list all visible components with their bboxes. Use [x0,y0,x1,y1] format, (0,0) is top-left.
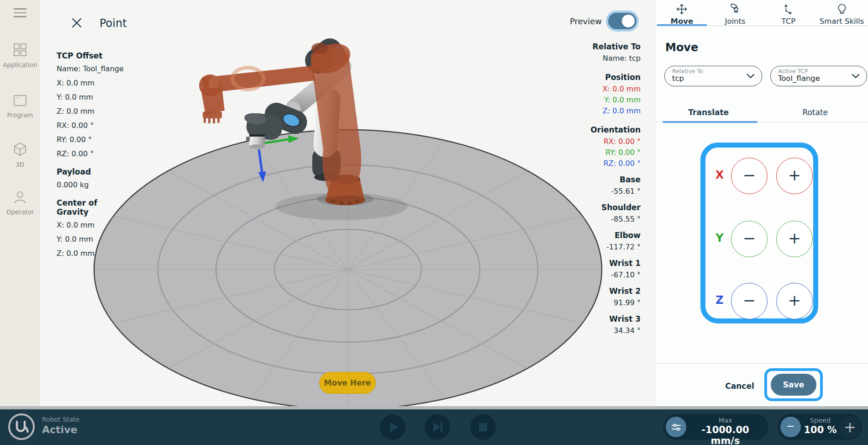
relative-to-name: Name: tcp [549,54,641,63]
pose-info-panel: Relative To Name: tcp Position X: 0.0 mm… [549,42,641,337]
joint-base-value: -55.61 ° [549,187,641,196]
tcp-offset-ry: RY: 0.00 ° [57,135,139,144]
tab-move[interactable]: Move [655,0,709,26]
jog-x-plus-button[interactable]: + [776,158,813,194]
speed-value: 100 % [800,424,840,435]
subtab-rotate[interactable]: Rotate [762,102,868,122]
main-3d-area: Point Preview TCP Offset Name: Tool_flan… [40,0,655,406]
program-window-icon [12,93,28,108]
page-title: Point [100,17,127,30]
joints-icon [729,3,742,15]
ur-logo[interactable] [8,413,35,440]
tcp-offset-y: Y: 0.0 mm [57,93,139,101]
minus-icon: − [787,420,794,434]
cog-y: Y: 0.0 mm [57,235,139,244]
robot-state-value: Active [42,424,79,435]
active-tcp-dropdown[interactable]: Active TCP Tool_flange [770,66,867,86]
joint-elbow-label: Elbow [549,231,641,240]
lightbulb-icon [836,3,848,15]
payload-title: Payload [57,167,139,176]
panel-tabbar: Move Joints TCP [655,0,868,26]
jog-x-minus-button[interactable]: − [731,158,768,194]
tcp-offset-x: X: 0.0 mm [57,79,139,87]
tcp-info-panel: TCP Offset Name: Tool_flange X: 0.0 mm Y… [57,51,139,263]
panel-title: Move [665,41,698,54]
sidebar-item-application[interactable]: Application [0,42,40,69]
relative-to-title: Relative To [549,42,641,51]
jog-y-minus-button[interactable]: − [731,221,768,257]
move-panel: Move Joints TCP [655,0,868,406]
speed-pill: − Speed 100 % + [778,414,862,440]
payload-value: 0.000 kg [57,180,139,189]
save-button-highlight: Save [764,368,823,401]
max-value: -1000.00 mm/s [687,424,764,445]
dropdown-value: Tool_flange [778,74,860,83]
tcp-offset-rx: RX: 0.00 ° [57,121,139,130]
joint-wrist3-value: 34.34 ° [549,326,641,335]
relative-to-dropdown[interactable]: Relative To tcp [664,66,762,86]
jog-z-plus-button[interactable]: + [776,283,813,319]
close-icon[interactable] [69,16,84,30]
robot-state: Robot State Active [42,416,79,435]
joint-shoulder-label: Shoulder [549,203,641,212]
speed-minus-button[interactable]: − [780,417,801,437]
bottom-separator [0,406,868,409]
preview-toggle[interactable] [608,13,637,29]
skip-icon [425,414,450,440]
toggle-knob [622,15,635,27]
play-icon [380,414,405,440]
axis-y-label: Y [713,232,726,244]
position-z: Z: 0.0 mm [549,106,641,115]
sidebar-item-operator[interactable]: Operator [0,189,40,216]
cog-title-2: Gravity [57,207,139,217]
orientation-ry: RY: 0.00 ° [549,148,641,157]
jog-y-plus-button[interactable]: + [776,221,813,257]
orientation-rz: RZ: 0.00 ° [549,159,641,168]
skip-step-button[interactable] [425,414,450,440]
hamburger-menu-icon[interactable] [14,8,26,17]
joint-wrist2-label: Wrist 2 [549,286,641,296]
cog-z: Z: 0.0 mm [57,249,139,258]
tcp-offset-title: TCP Offset [57,51,139,60]
joint-wrist1-value: -67.10 ° [549,270,641,279]
sidebar-item-program[interactable]: Program [0,93,40,119]
tcp-axes-icon [782,3,795,15]
joint-wrist1-label: Wrist 1 [549,259,641,268]
save-button[interactable]: Save [771,374,816,396]
subtab-translate[interactable]: Translate [655,102,762,122]
max-speed-pill: Max -1000.00 mm/s [663,414,768,440]
jog-row-z: Z − + [705,283,813,319]
speed-plus-button[interactable]: + [839,416,861,438]
orientation-rx: RX: 0.00 ° [549,137,641,146]
sidebar-item-3d[interactable]: 3D [0,141,40,169]
stop-button[interactable] [470,414,496,440]
jog-row-x: X − + [705,158,813,194]
dropdown-label: Active TCP [778,68,860,74]
speed-readout: Speed 100 % [800,417,840,435]
chevron-down-icon [851,73,860,79]
tab-label: TCP [782,17,796,26]
ur-logo-glyph [10,415,32,438]
cog-x: X: 0.0 mm [57,221,139,229]
grid-icon [12,42,28,58]
person-icon [12,189,28,205]
tab-smart-skills[interactable]: Smart Skills [815,0,868,26]
jog-z-minus-button[interactable]: − [731,283,768,319]
dropdown-label: Relative To [672,68,755,74]
tcp-offset-z: Z: 0.0 mm [57,107,139,116]
tab-joints[interactable]: Joints [709,0,762,26]
cancel-button[interactable]: Cancel [719,379,760,393]
orientation-title: Orientation [549,125,641,134]
position-title: Position [549,73,641,82]
tab-tcp[interactable]: TCP [762,0,815,26]
play-button[interactable] [380,414,405,440]
dropdown-value: tcp [672,74,755,83]
tab-label: Move [671,17,694,26]
tcp-offset-name: Name: Tool_flange [57,64,139,73]
joint-shoulder-value: -85.55 ° [549,215,641,223]
speed-settings-button[interactable] [666,417,686,437]
jog-row-y: Y − + [705,221,813,257]
footer-divider [655,363,868,364]
sidebar: Application Program 3D Operator [0,0,40,406]
move-here-button[interactable]: Move Here [319,372,376,394]
